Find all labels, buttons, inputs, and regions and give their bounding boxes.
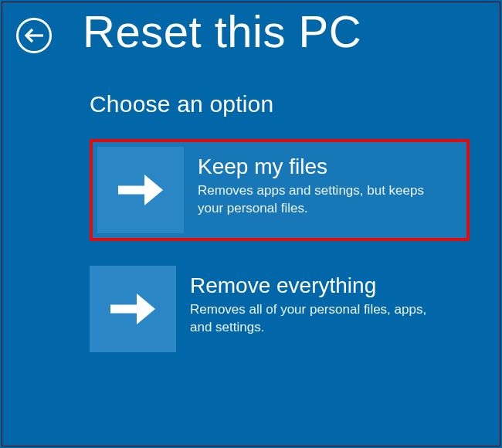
header: Reset this PC <box>2 2 500 56</box>
option-description: Removes all of your personal files, apps… <box>190 301 437 337</box>
option-title: Keep my files <box>198 154 449 179</box>
page-title: Reset this PC <box>83 8 361 56</box>
options-list: Keep my files Removes apps and settings,… <box>90 139 470 360</box>
option-description: Removes apps and settings, but keeps you… <box>198 182 445 218</box>
option-title: Remove everything <box>190 273 449 298</box>
option-text: Remove everything Removes all of your pe… <box>176 266 462 352</box>
option-tile <box>97 147 184 233</box>
back-button[interactable] <box>16 18 52 53</box>
arrow-right-icon <box>114 171 168 209</box>
option-tile <box>90 266 176 352</box>
reset-pc-screen: Reset this PC Choose an option Keep my f… <box>2 2 500 446</box>
option-remove-everything[interactable]: Remove everything Removes all of your pe… <box>90 258 470 360</box>
arrow-right-icon <box>106 290 160 328</box>
arrow-left-icon <box>24 28 44 43</box>
option-text: Keep my files Removes apps and settings,… <box>184 147 462 233</box>
subtitle: Choose an option <box>90 91 500 117</box>
option-keep-my-files[interactable]: Keep my files Removes apps and settings,… <box>90 139 470 241</box>
